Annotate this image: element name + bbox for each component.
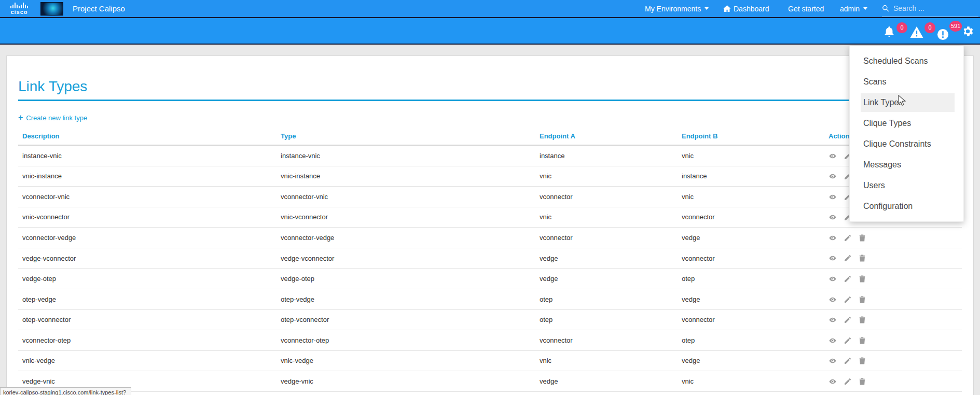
cell-description: vedge-otep (18, 269, 277, 289)
cell-endpoint-b: vservice (678, 391, 824, 395)
eye-icon[interactable] (829, 316, 837, 324)
gear-icon[interactable] (961, 25, 974, 38)
settings-menu-item[interactable]: Scheduled Scans (850, 51, 963, 72)
cell-type: vedge-vnic (277, 371, 535, 392)
trash-icon[interactable] (858, 336, 866, 345)
table-row: vnic-vconnector vnic-vconnector vnic vco… (18, 207, 962, 228)
pencil-icon[interactable] (844, 254, 852, 262)
trash-icon[interactable] (858, 357, 866, 365)
cell-endpoint-a: vconnector (535, 228, 678, 248)
table-row: vconnector-vedge vconnector-vedge vconne… (18, 228, 962, 248)
eye-icon[interactable] (829, 295, 837, 304)
bell-icon[interactable] (884, 26, 895, 37)
cell-endpoint-a: vedge (535, 269, 678, 289)
settings-menu-item[interactable]: Scans (850, 72, 963, 92)
error-badge[interactable]: 591 (949, 21, 962, 32)
search-input[interactable] (893, 4, 966, 12)
cell-type: instance-vnic (277, 145, 535, 166)
page-title: Link Types (18, 78, 962, 95)
cell-endpoint-b: vconnector (678, 248, 824, 269)
settings-menu-item[interactable]: Users (850, 175, 963, 196)
column-header-endpoint-b[interactable]: Endpoint B (678, 129, 824, 145)
cell-type: vnic-vconnector (277, 207, 535, 228)
cell-type: vedge-otep (277, 269, 535, 289)
settings-menu-item[interactable]: Clique Types (850, 113, 963, 134)
eye-icon[interactable] (829, 152, 837, 160)
cell-actions (824, 228, 962, 248)
table-row: vedge-vconnector vedge-vconnector vedge … (18, 248, 962, 269)
trash-icon[interactable] (858, 316, 866, 324)
nav-get-started[interactable]: Get started (788, 0, 824, 17)
nav-admin[interactable]: admin (840, 0, 867, 17)
eye-icon[interactable] (829, 172, 837, 180)
trash-icon[interactable] (858, 295, 866, 304)
cell-description: vconnector-vedge (18, 228, 277, 248)
warning-badge[interactable]: 0 (924, 22, 935, 33)
create-new-link-type-button[interactable]: + Create new link type (18, 113, 87, 122)
pencil-icon[interactable] (844, 234, 852, 242)
cell-type: vnic-vservice (277, 391, 535, 395)
column-header-type[interactable]: Type (277, 129, 535, 145)
eye-icon[interactable] (829, 213, 837, 221)
cell-type: vedge-vconnector (277, 248, 535, 269)
settings-menu-item[interactable]: Clique Constraints (850, 134, 963, 154)
cell-description: vnic-vconnector (18, 207, 277, 228)
settings-menu-item[interactable]: Messages (850, 154, 963, 175)
top-navbar: cisco Project Calipso My Environments Da… (0, 0, 980, 17)
cell-actions (824, 269, 962, 289)
table-row: vedge-otep vedge-otep vedge otep (18, 269, 962, 289)
pencil-icon[interactable] (844, 336, 852, 345)
cell-type: vnic-instance (277, 166, 535, 187)
table-header-row: Description Type Endpoint A Endpoint B A… (18, 129, 962, 145)
cell-actions (824, 391, 962, 395)
cell-actions (824, 371, 962, 392)
table-row: vnic-instance vnic-instance vnic instanc… (18, 166, 962, 187)
eye-icon[interactable] (829, 275, 837, 283)
trash-icon[interactable] (858, 377, 866, 386)
eye-icon[interactable] (829, 193, 837, 201)
cell-endpoint-b: vedge (678, 228, 824, 248)
cell-endpoint-a: otep (535, 289, 678, 309)
cell-description: instance-vnic (18, 145, 277, 166)
pencil-icon[interactable] (844, 377, 852, 386)
cell-endpoint-a: vnic (535, 350, 678, 371)
cell-type: vconnector-vedge (277, 228, 535, 248)
error-circle-icon[interactable] (937, 29, 949, 40)
table-row: vedge-vnic vedge-vnic vedge vnic (18, 371, 962, 392)
column-header-endpoint-a[interactable]: Endpoint A (535, 129, 678, 145)
table-row: vconnector-vnic vconnector-vnic vconnect… (18, 187, 962, 207)
trash-icon[interactable] (858, 234, 866, 242)
eye-icon[interactable] (829, 254, 837, 262)
eye-icon[interactable] (829, 357, 837, 365)
eye-icon[interactable] (829, 234, 837, 242)
cell-actions (824, 289, 962, 309)
cell-type: otep-vconnector (277, 309, 535, 330)
pencil-icon[interactable] (844, 295, 852, 304)
column-header-description[interactable]: Description (18, 129, 277, 145)
cell-endpoint-a: otep (535, 309, 678, 330)
pencil-icon[interactable] (844, 316, 852, 324)
cell-endpoint-b: vnic (678, 145, 824, 166)
table-row: instance-vnic instance-vnic instance vni… (18, 145, 962, 166)
cell-description: vnic-instance (18, 166, 277, 187)
eye-icon[interactable] (829, 336, 837, 345)
bell-badge[interactable]: 0 (896, 22, 907, 33)
settings-menu-item[interactable]: Configuration (850, 196, 963, 217)
cell-endpoint-b: vconnector (678, 309, 824, 330)
warning-triangle-icon[interactable] (910, 26, 923, 38)
cell-description: vnic-vedge (18, 350, 277, 371)
pencil-icon[interactable] (844, 357, 852, 365)
brand-area: cisco Project Calipso (10, 0, 125, 17)
search-box (882, 0, 978, 17)
pencil-icon[interactable] (844, 275, 852, 283)
eye-icon[interactable] (829, 377, 837, 386)
cell-endpoint-a: vconnector (535, 187, 678, 207)
trash-icon[interactable] (858, 275, 866, 283)
calipso-logo-image (40, 2, 63, 16)
trash-icon[interactable] (858, 254, 866, 262)
cell-description: vedge-vconnector (18, 248, 277, 269)
nav-my-environments[interactable]: My Environments (645, 0, 709, 17)
settings-menu-item[interactable]: Link Types (850, 92, 963, 113)
cisco-bars-icon (10, 3, 28, 8)
nav-dashboard[interactable]: Dashboard (723, 0, 769, 17)
